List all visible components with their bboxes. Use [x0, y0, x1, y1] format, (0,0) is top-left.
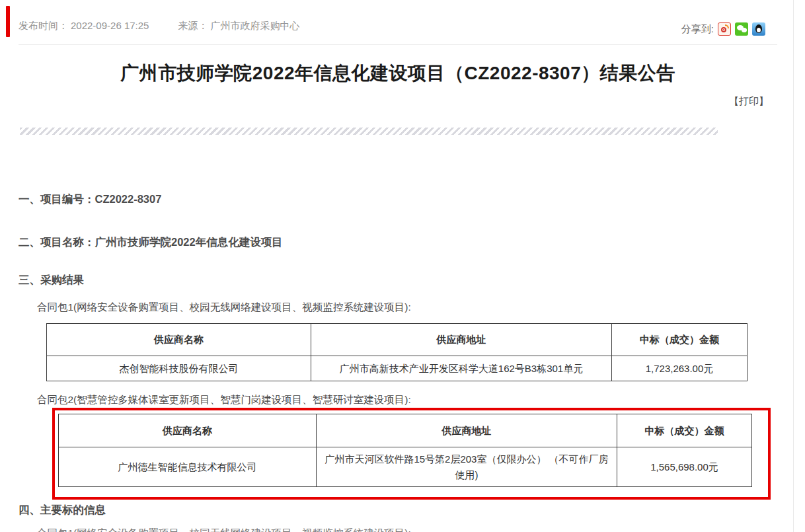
publish-time-value: 2022-09-26 17:25	[71, 20, 149, 31]
weibo-pupil-shape	[723, 29, 724, 30]
print-button[interactable]: 【打印】	[729, 95, 769, 108]
section-project-name: 二、项目名称：广州市技师学院2022年信息化建设项目	[19, 235, 283, 250]
section-procurement-result: 三、采购结果	[19, 273, 84, 287]
supplier-name-cell: 广州德生智能信息技术有限公司	[59, 447, 317, 487]
result-table-package-2: 供应商名称 供应商地址 中标（成交）金额 广州德生智能信息技术有限公司 广州市天…	[58, 414, 752, 487]
result-table-package-1: 供应商名称 供应商地址 中标（成交）金额 杰创智能科技股份有限公司 广州市高新技…	[46, 323, 748, 381]
supplier-address-cell: 广州市高新技术产业开发区科学大道162号B3栋301单元	[311, 356, 612, 381]
award-amount-cell: 1,723,263.00元	[612, 356, 748, 381]
award-amount-cell: 1,565,698.00元	[617, 447, 752, 487]
package-1-label: 合同包1(网络安全设备购置项目、校园无线网络建设项目、视频监控系统建设项目):	[37, 301, 411, 315]
col-header-supplier-name: 供应商名称	[47, 324, 311, 356]
weibo-signal-shape	[725, 24, 729, 28]
weibo-icon[interactable]	[718, 22, 731, 36]
col-header-supplier-name: 供应商名称	[59, 414, 317, 447]
wechat-bubble-small-shape	[742, 28, 747, 32]
col-header-award-amount: 中标（成交）金额	[612, 324, 748, 356]
col-header-award-amount: 中标（成交）金额	[617, 414, 752, 447]
hatched-divider	[20, 128, 718, 135]
share-label: 分享到:	[681, 23, 714, 36]
qq-penguin-belly-shape	[757, 28, 761, 32]
source-value: 广州市政府采购中心	[210, 20, 299, 31]
article-meta-bar: 发布时间：2022-09-26 17:25来源：广州市政府采购中心	[19, 20, 679, 34]
col-header-supplier-address: 供应商地址	[311, 324, 612, 356]
section-main-subject-info: 四、主要标的信息	[19, 503, 106, 517]
table-row: 广州德生智能信息技术有限公司 广州市天河区软件路15号第2层203室（仅限办公）…	[59, 447, 752, 487]
wechat-icon[interactable]	[735, 22, 748, 36]
source-label: 来源：	[178, 20, 208, 31]
supplier-address-cell: 广州市天河区软件路15号第2层203室（仅限办公） （不可作厂房使用)	[317, 447, 617, 487]
page-title: 广州市技师学院2022年信息化建设项目（CZ2022-8307）结果公告	[0, 61, 796, 87]
supplier-name-cell: 杰创智能科技股份有限公司	[47, 356, 311, 381]
table-header-row: 供应商名称 供应商地址 中标（成交）金额	[47, 324, 748, 356]
publish-time-label: 发布时间：	[19, 20, 68, 31]
qq-icon[interactable]	[752, 22, 765, 36]
clipped-bottom-text: 合同包1(网络安全设备购置项目、校园无线网络建设项目、视频监控系统建设项目):	[37, 527, 411, 532]
col-header-supplier-address: 供应商地址	[317, 414, 617, 447]
table-header-row: 供应商名称 供应商地址 中标（成交）金额	[59, 414, 752, 447]
table-row: 杰创智能科技股份有限公司 广州市高新技术产业开发区科学大道162号B3栋301单…	[47, 356, 748, 381]
header-divider	[19, 44, 777, 45]
section-project-number: 一、项目编号：CZ2022-8307	[19, 192, 161, 207]
share-toolbar: 分享到:	[681, 21, 765, 37]
red-annotation-mark	[6, 6, 10, 37]
package-2-label: 合同包2(智慧管控多媒体课室更新项目、智慧门岗建设项目、智慧研讨室建设项目):	[37, 393, 411, 407]
